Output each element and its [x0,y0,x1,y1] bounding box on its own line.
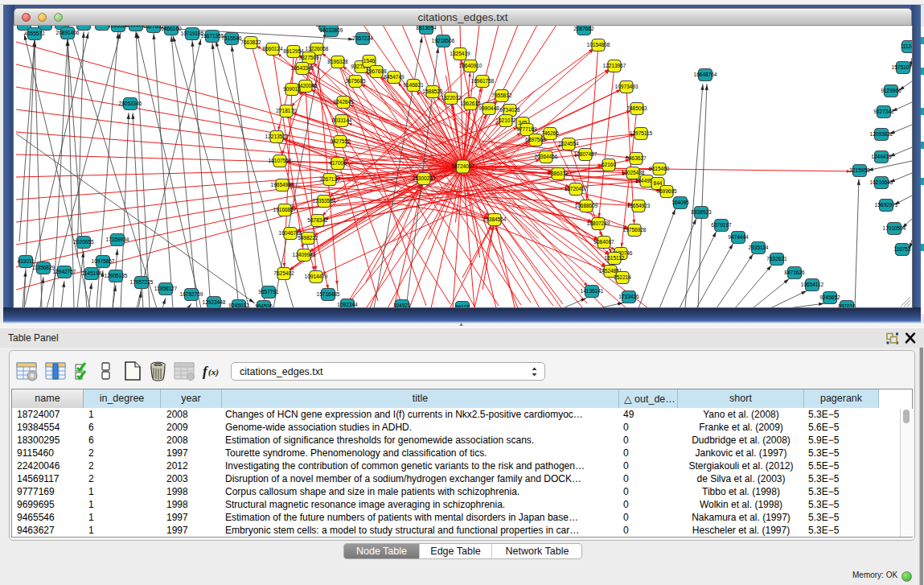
svg-text:12213967: 12213967 [603,63,626,68]
svg-text:13654923: 13654923 [627,203,651,208]
svg-text:28053346: 28053346 [119,101,142,106]
svg-text:104921: 104921 [393,303,411,307]
svg-text:15720407: 15720407 [565,186,588,192]
svg-text:1325419: 1325419 [450,51,470,56]
svg-text:18807249: 18807249 [587,220,610,226]
svg-text:7625402: 7625402 [273,270,294,276]
svg-text:14136141: 14136141 [581,288,604,294]
svg-text:15751074: 15751074 [892,64,912,70]
svg-text:19166857: 19166857 [273,207,297,212]
svg-text:1624554: 1624554 [558,141,579,146]
svg-text:10975857: 10975857 [92,258,115,264]
svg-text:17957225: 17957225 [130,279,154,285]
svg-text:9129966: 9129966 [881,88,901,93]
svg-text:15716485: 15716485 [317,291,340,297]
svg-text:4055572: 4055572 [24,31,45,36]
svg-text:9699695: 9699695 [656,188,677,194]
svg-text:9227342: 9227342 [873,109,894,114]
svg-text:16648764: 16648764 [694,72,717,77]
svg-text:16033809: 16033809 [320,27,343,33]
svg-text:9245012: 9245012 [228,303,249,307]
svg-text:5498222: 5498222 [298,235,318,241]
svg-text:16210643: 16210643 [870,179,893,185]
svg-text:8912954: 8912954 [283,48,304,54]
svg-text:8813054: 8813054 [416,26,437,31]
svg-text:6379197: 6379197 [711,222,732,228]
svg-text:2087662: 2087662 [573,26,594,31]
svg-text:7515546: 7515546 [221,35,242,41]
svg-text:12975115: 12975115 [630,130,653,136]
svg-text:16107552: 16107552 [269,158,292,163]
svg-text:1362615: 1362615 [460,101,481,106]
svg-text:1615112: 1615112 [605,255,625,261]
svg-text:8471626: 8471626 [784,270,805,275]
svg-text:19654983: 19654983 [271,182,294,187]
svg-text:10973493: 10973493 [615,84,639,89]
svg-text:12409948: 12409948 [293,252,316,257]
svg-text:8938923: 8938923 [691,209,712,215]
svg-text:1092344: 1092344 [337,302,358,307]
svg-text:17359934: 17359934 [106,237,129,242]
svg-text:9245652: 9245652 [819,295,840,300]
svg-text:1733426: 1733426 [618,294,639,299]
svg-text:9327509: 9327509 [298,55,319,60]
svg-text:116753: 116753 [893,246,911,252]
svg-text:9427552: 9427552 [330,138,351,144]
svg-text:3267130: 3267130 [319,176,340,182]
svg-text:2718170: 2718170 [276,108,297,113]
svg-text:8031144: 8031144 [332,117,352,123]
svg-text:9777169: 9777169 [516,126,537,132]
svg-text:12353594: 12353594 [313,198,336,204]
svg-text:909013: 909013 [283,86,301,92]
svg-text:15692971: 15692971 [875,202,898,208]
svg-text:1145194: 1145194 [82,270,102,276]
svg-text:1322013: 1322013 [441,95,462,101]
svg-text:12093822: 12093822 [870,131,893,137]
svg-text:10154808: 10154808 [587,42,610,47]
svg-text:62160: 62160 [602,162,616,167]
svg-text:12213513: 12213513 [265,134,289,139]
svg-text:9084067: 9084067 [593,239,614,245]
svg-text:10688609: 10688609 [575,203,598,208]
svg-text:9463627: 9463627 [626,155,647,161]
svg-text:111243: 111243 [901,43,912,49]
svg-text:3215958: 3215958 [849,167,870,173]
svg-text:8454749: 8454749 [384,74,405,80]
svg-text:13226058: 13226058 [306,46,329,51]
svg-text:9990448: 9990448 [478,105,499,111]
svg-text:10025438: 10025438 [622,170,645,175]
svg-text:252214: 252214 [614,274,631,280]
svg-text:19384554: 19384554 [483,216,507,222]
svg-text:12942757: 12942757 [53,269,76,274]
svg-text:12923448: 12923448 [203,299,226,305]
svg-text:99105: 99105 [455,304,470,307]
svg-text:7386372: 7386372 [548,171,569,176]
svg-text:2967608: 2967608 [366,68,387,74]
svg-text:897016: 897016 [838,303,856,307]
svg-text:11356829: 11356829 [32,265,55,270]
svg-text:7632621: 7632621 [766,256,787,262]
svg-text:9146821: 9146821 [403,82,424,88]
svg-text:7955812: 7955812 [491,93,512,98]
svg-text:16961758: 16961758 [471,78,495,84]
svg-text:9734028: 9734028 [499,107,520,113]
svg-text:844: 844 [654,180,663,186]
svg-text:10914479: 10914479 [305,274,328,279]
svg-text:6466160: 6466160 [161,26,182,31]
svg-text:9657791: 9657791 [258,289,279,295]
svg-text:10807487: 10807487 [574,151,598,157]
svg-text:433011: 433011 [17,258,35,264]
svg-text:1546: 1546 [363,58,376,64]
svg-text:20891406: 20891406 [56,30,80,35]
svg-text:417006: 417006 [329,160,347,166]
svg-text:16782759: 16782759 [180,291,203,297]
svg-text:10543342: 10543342 [291,65,314,71]
svg-text:17010504: 17010504 [883,225,906,231]
svg-text:10654112: 10654112 [801,282,824,287]
svg-text:1621072: 1621072 [495,117,516,123]
svg-text:2020655: 2020655 [73,239,94,245]
svg-text:9474444: 9474444 [728,234,749,240]
svg-text:164095: 164095 [671,200,689,205]
svg-text:7485063: 7485063 [626,105,647,111]
svg-text:8660124: 8660124 [262,46,283,51]
